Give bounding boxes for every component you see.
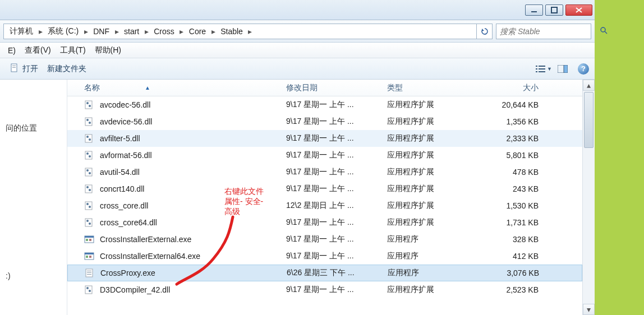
- file-type: 应用程序扩展: [381, 285, 477, 295]
- file-size: 2,523 KB: [477, 285, 544, 294]
- header-size[interactable]: 大小: [477, 83, 544, 93]
- file-size: 478 KB: [477, 168, 544, 177]
- menu-item[interactable]: 查看(V): [20, 45, 56, 55]
- svg-rect-44: [85, 253, 94, 254]
- minimize-button[interactable]: [525, 4, 543, 16]
- file-list[interactable]: avcodec-56.dll9\17 星期一 上午 ...应用程序扩展20,64…: [67, 96, 582, 315]
- sidebar: 问的位置 :): [0, 80, 67, 315]
- file-name: CrossInstallerExternal64.exe: [100, 252, 200, 261]
- breadcrumb-segment[interactable]: Cross: [150, 24, 178, 39]
- file-row[interactable]: avfilter-5.dll9\17 星期一 上午 ...应用程序扩展2,333…: [67, 130, 582, 147]
- view-details-button[interactable]: ▼: [535, 62, 552, 76]
- file-row[interactable]: CrossInstallerExternal.exe9\17 星期一 上午 ..…: [67, 231, 582, 248]
- header-type[interactable]: 类型: [381, 83, 477, 93]
- file-size: 3,076 KB: [477, 268, 545, 277]
- svg-rect-41: [86, 239, 88, 241]
- search-box[interactable]: [496, 24, 591, 39]
- file-type: 应用程序扩展: [381, 217, 477, 228]
- search-input[interactable]: [500, 27, 599, 36]
- file-type: 应用程序扩展: [381, 100, 477, 110]
- file-row[interactable]: D3DCompiler_42.dll9\17 星期一 上午 ...应用程序扩展2…: [67, 281, 582, 298]
- chevron-right-icon[interactable]: ▸: [36, 27, 44, 36]
- breadcrumb-segment[interactable]: start: [121, 24, 142, 39]
- chevron-right-icon[interactable]: ▸: [142, 27, 150, 36]
- file-name: D3DCompiler_42.dll: [100, 285, 170, 294]
- svg-rect-9: [536, 68, 537, 70]
- file-row[interactable]: avcodec-56.dll9\17 星期一 上午 ...应用程序扩展20,64…: [67, 96, 582, 113]
- file-size: 328 KB: [477, 235, 544, 244]
- breadcrumb-segment[interactable]: Core: [186, 24, 209, 39]
- file-row[interactable]: avformat-56.dll9\17 星期一 上午 ...应用程序扩展5,80…: [67, 147, 582, 164]
- file-icon: [84, 201, 94, 211]
- sidebar-item-recent[interactable]: 问的位置: [3, 119, 63, 138]
- file-row[interactable]: avutil-54.dll9\17 星期一 上午 ...应用程序扩展478 KB: [67, 164, 582, 180]
- file-date: 6\26 星期三 下午 ...: [281, 268, 382, 278]
- file-type: 应用程序扩展: [381, 201, 477, 211]
- breadcrumb-segment[interactable]: 系统 (C:): [44, 24, 82, 39]
- menu-item[interactable]: E): [3, 46, 20, 55]
- breadcrumb-segment[interactable]: 计算机: [6, 24, 36, 39]
- scroll-up-button[interactable]: ▴: [583, 80, 595, 91]
- chevron-right-icon[interactable]: ▸: [209, 27, 217, 36]
- svg-line-3: [605, 31, 607, 34]
- refresh-button[interactable]: [477, 24, 493, 39]
- svg-point-37: [86, 220, 89, 222]
- header-date[interactable]: 修改日期: [280, 83, 381, 93]
- file-icon: [84, 234, 94, 244]
- sidebar-item-other[interactable]: :): [3, 267, 63, 285]
- menubar: E)查看(V)工具(T)帮助(H): [0, 43, 595, 58]
- file-date: 9\17 星期一 上午 ...: [280, 133, 381, 143]
- svg-rect-51: [85, 286, 92, 294]
- svg-point-20: [89, 122, 91, 124]
- newfolder-button[interactable]: 新建文件夹: [43, 64, 91, 74]
- file-date: 12\2 星期日 上午 ...: [280, 201, 381, 211]
- breadcrumb-segment[interactable]: DNF: [90, 24, 113, 39]
- svg-point-28: [86, 169, 89, 172]
- scroll-down-button[interactable]: ▾: [583, 304, 595, 315]
- titlebar: [0, 0, 595, 20]
- pane-icon: [558, 65, 568, 73]
- svg-rect-12: [539, 71, 545, 72]
- menu-item[interactable]: 帮助(H): [90, 45, 126, 55]
- list-icon: [535, 64, 546, 73]
- header-name[interactable]: 名称▲: [67, 83, 280, 93]
- svg-point-17: [89, 105, 91, 107]
- breadcrumb[interactable]: 计算机▸系统 (C:)▸DNF▸start▸Cross▸Core▸Stable▸: [3, 24, 477, 39]
- close-button[interactable]: [565, 4, 592, 16]
- menu-item[interactable]: 工具(T): [56, 45, 90, 55]
- svg-point-23: [89, 138, 91, 141]
- scroll-thumb[interactable]: [584, 92, 594, 148]
- file-row[interactable]: concrt140.dll9\17 星期一 上午 ...应用程序扩展243 KB: [67, 180, 582, 197]
- file-type: 应用程序扩展: [381, 167, 477, 177]
- maximize-button[interactable]: [545, 4, 563, 16]
- chevron-right-icon[interactable]: ▸: [113, 27, 121, 36]
- file-type: 应用程序扩展: [381, 184, 477, 194]
- svg-rect-6: [12, 67, 16, 68]
- file-row[interactable]: cross_core.dll12\2 星期日 上午 ...应用程序扩展1,530…: [67, 197, 582, 214]
- navbar: 计算机▸系统 (C:)▸DNF▸start▸Cross▸Core▸Stable▸: [0, 20, 595, 43]
- file-row[interactable]: CrossInstallerExternal64.exe9\17 星期一 上午 …: [67, 248, 582, 265]
- svg-point-38: [89, 223, 91, 225]
- svg-point-25: [86, 152, 89, 155]
- help-button[interactable]: ?: [578, 63, 589, 75]
- vertical-scrollbar[interactable]: ▴ ▾: [582, 80, 595, 315]
- file-name: avcodec-56.dll: [100, 100, 150, 109]
- chevron-right-icon[interactable]: ▸: [82, 27, 90, 36]
- scroll-track[interactable]: [583, 91, 595, 304]
- file-row[interactable]: avdevice-56.dll9\17 星期一 上午 ...应用程序扩展1,35…: [67, 113, 582, 130]
- chevron-right-icon[interactable]: ▸: [246, 27, 254, 36]
- svg-rect-10: [539, 68, 545, 70]
- file-row[interactable]: cross_core64.dll9\17 星期一 上午 ...应用程序扩展1,7…: [67, 214, 582, 231]
- chevron-right-icon[interactable]: ▸: [178, 27, 186, 36]
- svg-rect-46: [89, 256, 91, 258]
- svg-point-22: [86, 136, 89, 138]
- svg-rect-1: [551, 7, 557, 13]
- open-button[interactable]: 打开: [6, 63, 43, 74]
- file-row[interactable]: CrossProxy.exe6\26 星期三 下午 ...应用程序3,076 K…: [67, 265, 582, 281]
- preview-pane-button[interactable]: [554, 62, 571, 76]
- breadcrumb-segment[interactable]: Stable: [217, 24, 246, 39]
- file-date: 9\17 星期一 上午 ...: [280, 251, 381, 261]
- file-pane: 名称▲ 修改日期 类型 大小 avcodec-56.dll9\17 星期一 上午…: [67, 80, 582, 315]
- file-type: 应用程序扩展: [381, 117, 477, 127]
- file-name: CrossProxy.exe: [100, 268, 155, 277]
